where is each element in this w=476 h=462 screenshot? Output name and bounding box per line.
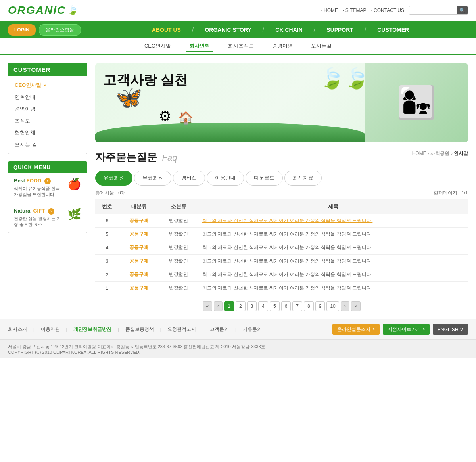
cell-category[interactable]: 공동구매 — [119, 282, 159, 295]
sidebar-item-label: 조직도 — [15, 117, 30, 125]
home-link[interactable]: · HOME — [321, 8, 338, 13]
online-shop-button[interactable]: 온라인쇼핑몰 — [39, 24, 81, 36]
login-button[interactable]: LOGIN — [8, 24, 36, 36]
sidebar-item-partner[interactable]: 협협업체 — [8, 127, 87, 139]
page-first[interactable]: « — [203, 301, 213, 311]
tab-latest[interactable]: 최신자료 — [284, 171, 322, 186]
contact-link[interactable]: · CONTACT US — [371, 8, 404, 13]
table-row: 5 공동구매 반값할인 최고의 재료와 신선한 식재료로 씨케이가 여러분 가정… — [95, 228, 468, 241]
footer-bottom: 서울시 강남구 신사동 123-12번지 크라이빌딩 대표이사 홍길동 사업등록… — [0, 339, 476, 358]
search-box: 🔍 — [409, 6, 468, 15]
sidebar-item-label: 연혁안내 — [15, 94, 35, 101]
footer-link-6[interactable]: 제유문의 — [243, 326, 262, 333]
tab-paid[interactable]: 유료회원 — [95, 171, 132, 186]
page-header: ORGANIC 🍃 · HOME · SITEMAP · CONTACT US … — [0, 0, 476, 21]
subnav-item-ceo[interactable]: CEO인사말 — [141, 41, 174, 52]
cell-category[interactable]: 공동구매 — [119, 214, 159, 228]
footer-link-5[interactable]: 고객문의 — [210, 326, 229, 333]
food-icon: 🍎 — [67, 178, 81, 191]
page-info: 현재페이지 : 1/1 — [434, 190, 468, 196]
sidebar-item-mgmt[interactable]: 경영이념 — [8, 103, 87, 115]
footer-link-1[interactable]: 이용약관 — [41, 326, 60, 333]
footer-link-0[interactable]: 회사소개 — [8, 326, 27, 333]
nav-item-ck-chain[interactable]: CK CHAIN — [264, 26, 313, 33]
hero-photo: 👩‍👧 — [365, 63, 468, 142]
nav-left: LOGIN 온라인쇼핑몰 — [8, 24, 81, 36]
page-3[interactable]: 3 — [247, 301, 257, 311]
table-row: 6 공동구매 반값할인 최고의 재료와 신선한 식재료로 씨케이가 여러분 가정… — [95, 214, 468, 228]
footer-buttons: 온라인설문조사 > 지점사이트가기 > ENGLISH ∨ — [332, 324, 468, 335]
cell-category[interactable]: 공동구매 — [119, 228, 159, 241]
cell-category[interactable]: 공동구매 — [119, 241, 159, 255]
subnav: CEO인사말 회사연혁 회사조직도 경영이념 오시는길 — [0, 38, 476, 55]
content-area: 고객사랑 실천 🦋 ⚙ 🏠 🍃🍃 👩‍👧 자주묻는질문 Faq HOME › 사… — [95, 63, 468, 311]
tab-guide[interactable]: 이용안내 — [207, 171, 244, 186]
subnav-item-mgmt[interactable]: 경영이념 — [269, 41, 296, 52]
cell-sub: 반값할인 — [159, 214, 198, 228]
cell-num: 2 — [95, 268, 119, 282]
page-10[interactable]: 10 — [326, 301, 339, 311]
cell-title: 최고의 재료와 신선한 식재료로 씨케이가 여러분 가정의 식탁을 책임져 드립… — [198, 268, 468, 282]
cell-num: 4 — [95, 241, 119, 255]
cell-category[interactable]: 공동구매 — [119, 255, 159, 268]
header-right: · HOME · SITEMAP · CONTACT US 🔍 — [321, 6, 468, 15]
footer-link-4[interactable]: 요청관적고지 — [167, 326, 196, 333]
cell-sub: 반값할인 — [159, 241, 198, 255]
cell-sub: 반값할인 — [159, 228, 198, 241]
cell-title[interactable]: 최고의 재료와 신선한 식재료로 씨케이가 여러분 가정의 식탁을 책임져 드립… — [198, 214, 468, 228]
nav-item-customer[interactable]: CUSTOMER — [366, 26, 420, 33]
page-1[interactable]: 1 — [224, 301, 234, 311]
quick-item-gift[interactable]: Natural GIFT › 건강한 삶을 결정하는 가장 중요한 요소 🌿 — [8, 203, 87, 233]
page-7[interactable]: 7 — [292, 301, 302, 311]
page-2[interactable]: 2 — [236, 301, 246, 311]
nav-item-support[interactable]: SUPPORT — [315, 26, 365, 33]
table-body: 6 공동구매 반값할인 최고의 재료와 신선한 식재료로 씨케이가 여러분 가정… — [95, 214, 468, 295]
footer-link-2[interactable]: 개인정보취급방침 — [73, 326, 111, 333]
search-input[interactable] — [409, 6, 457, 14]
page-prev[interactable]: ‹ — [214, 301, 223, 311]
cell-num: 6 — [95, 214, 119, 228]
sidebar-item-history[interactable]: 연혁안내 — [8, 91, 87, 103]
sidebar-item-ceo[interactable]: CEO인사말 » — [8, 79, 87, 91]
footer-btn-branch[interactable]: 지점사이트가기 > — [383, 324, 430, 335]
footer-btn-survey[interactable]: 온라인설문조사 > — [332, 324, 379, 335]
subnav-item-org[interactable]: 회사조직도 — [225, 41, 257, 52]
table-meta: 총게시물 : 6개 현재페이지 : 1/1 — [95, 190, 468, 196]
page-9[interactable]: 9 — [315, 301, 325, 311]
page-4[interactable]: 4 — [258, 301, 268, 311]
hero-banner: 고객사랑 실천 🦋 ⚙ 🏠 🍃🍃 👩‍👧 — [95, 63, 468, 142]
search-button[interactable]: 🔍 — [457, 6, 468, 14]
sidebar-menu: CEO인사말 » 연혁안내 경영이념 조직도 협협업체 오시는 길 — [8, 76, 87, 154]
col-sub: 소분류 — [159, 199, 198, 214]
total-count: 총게시물 : 6개 — [95, 190, 126, 196]
sidebar-item-directions[interactable]: 오시는 길 — [8, 139, 87, 151]
breadcrumb: HOME › 사회공원 › 인사말 — [412, 150, 468, 157]
sidebar-item-label: 오시는 길 — [15, 141, 37, 148]
quick-menu: Best FOOD › 씨케이 유기농식품 전국 가맹점을 모집합니다. 🍎 N… — [8, 173, 87, 233]
subnav-item-directions[interactable]: 오시는길 — [308, 41, 335, 52]
nav-item-about[interactable]: ABOUT US — [141, 26, 192, 33]
page-5[interactable]: 5 — [270, 301, 280, 311]
windmill-icon: ⚙ — [159, 108, 171, 125]
tab-free[interactable]: 무료회원 — [134, 171, 171, 186]
bc-home: HOME — [412, 151, 426, 156]
subnav-item-history[interactable]: 회사연혁 — [186, 41, 213, 52]
tab-download[interactable]: 다운로드 — [246, 171, 283, 186]
sidebar-title: CUSTOMER — [8, 63, 87, 76]
page-next[interactable]: › — [341, 301, 349, 311]
tab-membership[interactable]: 멤버십 — [173, 171, 205, 186]
sidebar-item-org[interactable]: 조직도 — [8, 115, 87, 127]
footer-btn-lang[interactable]: ENGLISH ∨ — [433, 324, 468, 335]
footer-link-3[interactable]: 품질보증정책 — [125, 326, 154, 333]
page-last[interactable]: » — [351, 301, 361, 311]
sitemap-link[interactable]: · SITEMAP — [343, 8, 366, 13]
cell-title: 최고의 재료와 신선한 식재료로 씨케이가 여러분 가정의 식탁을 책임져 드립… — [198, 228, 468, 241]
nav-item-organic-story[interactable]: ORGANIC STORY — [194, 26, 262, 33]
page-8[interactable]: 8 — [304, 301, 314, 311]
page-6[interactable]: 6 — [281, 301, 291, 311]
table-header-row: 번호 대분류 소분류 제목 — [95, 199, 468, 214]
house-icon: 🏠 — [178, 111, 193, 125]
cell-category[interactable]: 공동구매 — [119, 268, 159, 282]
quick-menu-title: QUICK MENU — [8, 161, 87, 173]
quick-item-food[interactable]: Best FOOD › 씨케이 유기농식품 전국 가맹점을 모집합니다. 🍎 — [8, 173, 87, 203]
